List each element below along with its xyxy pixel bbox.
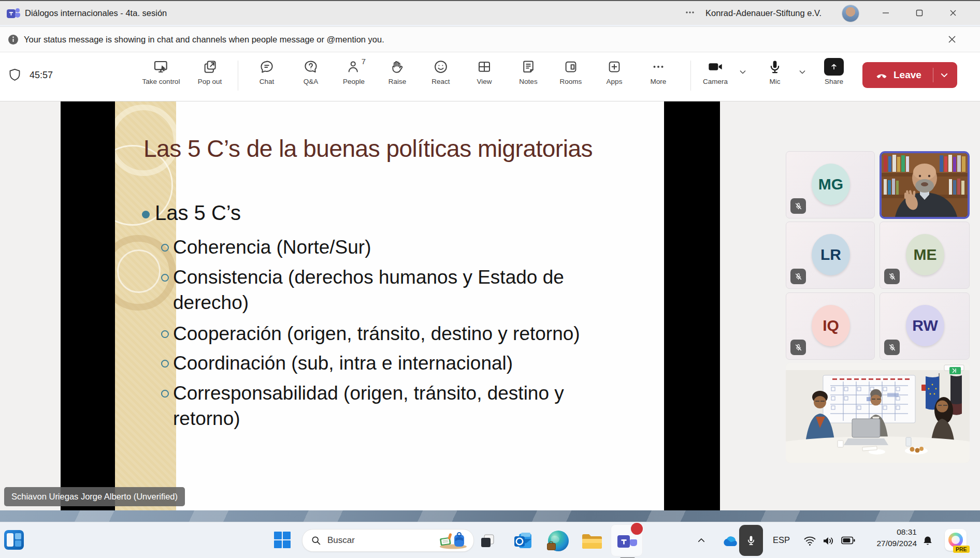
participant-tile-rw[interactable]: RW xyxy=(880,292,970,360)
search-input[interactable]: Buscar xyxy=(302,529,474,552)
screen: { "window": { "title": "Diálogos interna… xyxy=(0,0,980,558)
slide-sub-bullet: Coordinación (sub, intra e internacional… xyxy=(173,350,513,376)
toolbar-qa[interactable]: Q&A xyxy=(287,58,334,85)
close-button[interactable] xyxy=(944,4,962,22)
more-icon xyxy=(651,58,666,75)
mic-icon xyxy=(767,58,783,75)
mic-in-use-indicator[interactable] xyxy=(739,525,763,556)
more-options-icon[interactable] xyxy=(683,5,697,20)
toolbar-chat[interactable]: Chat xyxy=(243,58,290,85)
meeting-timer: 45:57 xyxy=(30,70,53,81)
leave-chevron-icon[interactable] xyxy=(940,70,949,80)
widgets-icon[interactable] xyxy=(4,530,24,550)
teams-taskbar-icon[interactable] xyxy=(611,524,643,556)
toolbar-apps[interactable]: Apps xyxy=(591,58,638,85)
participant-tile-me[interactable]: ME xyxy=(880,222,970,289)
start-button[interactable] xyxy=(273,531,292,549)
share-icon xyxy=(824,58,844,75)
participant-tile-speaker-video[interactable] xyxy=(880,151,970,219)
react-label: React xyxy=(431,78,450,85)
wifi-icon[interactable] xyxy=(803,535,816,547)
search-placeholder: Buscar xyxy=(327,535,355,546)
volume-icon[interactable] xyxy=(822,535,835,547)
mic-off-badge xyxy=(790,340,806,355)
more-label: More xyxy=(651,78,667,85)
toolbar-raise[interactable]: Raise xyxy=(374,58,421,85)
participant-tile-room-video[interactable] xyxy=(786,363,970,463)
notification-bell-icon[interactable] xyxy=(921,535,934,547)
qa-label: Q&A xyxy=(304,78,319,85)
outlook-icon[interactable] xyxy=(514,532,532,550)
toolbar-divider xyxy=(690,61,691,91)
slide-letterbox-right xyxy=(664,101,720,511)
apps-icon xyxy=(607,58,622,75)
notification-banner: Your status message is showing in chat a… xyxy=(0,26,980,52)
task-view-icon[interactable] xyxy=(479,533,496,549)
clock[interactable]: 08:31 27/09/2024 xyxy=(876,526,917,549)
tray-time: 08:31 xyxy=(876,526,917,538)
file-explorer-icon[interactable] xyxy=(581,533,603,550)
rooms-icon xyxy=(563,58,579,75)
participant-initials: IQ xyxy=(823,317,839,334)
mic-chevron-icon[interactable] xyxy=(798,68,806,76)
notification-dot xyxy=(630,522,644,536)
participant-tile-iq[interactable]: IQ xyxy=(786,292,875,360)
banner-message: Your status message is showing in chat a… xyxy=(24,27,384,52)
mic-off-badge xyxy=(884,269,900,284)
toolbar-camera[interactable]: Camera xyxy=(697,58,733,85)
mic-off-badge xyxy=(790,269,806,284)
title-bar: Diálogos internacionales - 4ta. sesión K… xyxy=(0,0,980,25)
onedrive-icon[interactable] xyxy=(720,535,739,547)
participant-tile-mg[interactable]: MG xyxy=(786,151,875,218)
slide-sub-bullet: Cooperación (origen, tránsito, destino y… xyxy=(173,321,580,346)
tray-chevron-icon[interactable] xyxy=(697,536,706,545)
minimize-button[interactable] xyxy=(877,4,895,22)
search-icon xyxy=(311,535,321,546)
slide-title: Las 5 C’s de la buenas políticas migrato… xyxy=(143,135,641,163)
edge-icon[interactable] xyxy=(548,531,569,551)
banner-close-icon[interactable] xyxy=(947,34,957,45)
participant-tile-lr[interactable]: LR xyxy=(786,222,875,289)
share-label: Share xyxy=(825,78,843,85)
toolbar-notes[interactable]: Notes xyxy=(505,58,552,85)
teams-app-icon xyxy=(7,7,20,20)
slide-side-band xyxy=(115,101,176,511)
toolbar-share[interactable]: Share xyxy=(817,58,851,85)
toolbar-react[interactable]: React xyxy=(417,58,464,85)
participant-initials: RW xyxy=(912,317,938,334)
avatar[interactable] xyxy=(842,5,859,22)
view-icon xyxy=(477,58,492,75)
language-indicator[interactable]: ESP xyxy=(773,535,790,545)
toolbar-more[interactable]: More xyxy=(635,58,682,85)
toolbar-rooms[interactable]: Rooms xyxy=(547,58,594,85)
battery-icon[interactable] xyxy=(841,536,855,545)
chat-label: Chat xyxy=(260,78,275,85)
account-name[interactable]: Konrad-Adenauer-Stiftung e.V. xyxy=(705,1,822,25)
leave-button[interactable]: Leave xyxy=(862,62,957,88)
sub-bullet-circle xyxy=(161,360,169,368)
pop-out-label: Pop out xyxy=(198,78,222,85)
camera-label: Camera xyxy=(703,78,728,85)
bullet-dot xyxy=(142,211,150,218)
slide-letterbox-left xyxy=(61,101,115,511)
maximize-button[interactable] xyxy=(911,4,928,22)
toolbar-people[interactable]: 7 People xyxy=(330,58,377,85)
camera-chevron-icon[interactable] xyxy=(739,68,747,76)
people-count-badge: 7 xyxy=(362,57,366,66)
rooms-label: Rooms xyxy=(560,78,582,85)
copilot-icon[interactable]: PRE xyxy=(945,529,967,551)
mic-label: Mic xyxy=(770,78,781,85)
mic-off-badge xyxy=(884,340,900,355)
copilot-pre-badge: PRE xyxy=(953,546,970,553)
toolbar-take-control[interactable]: Take control xyxy=(130,58,192,85)
sub-bullet-circle xyxy=(161,330,169,338)
presenter-name-label: Schiavon Uriegas Jorge Alberto (Unverifi… xyxy=(4,487,185,506)
chat-icon xyxy=(259,58,275,75)
toolbar-mic[interactable]: Mic xyxy=(758,58,792,85)
take-control-label: Take control xyxy=(142,78,180,85)
toolbar-pop-out[interactable]: Pop out xyxy=(186,58,233,85)
toolbar-view[interactable]: View xyxy=(461,58,508,85)
hangup-icon xyxy=(875,68,888,82)
view-label: View xyxy=(477,78,492,85)
sub-bullet-circle xyxy=(161,244,169,252)
